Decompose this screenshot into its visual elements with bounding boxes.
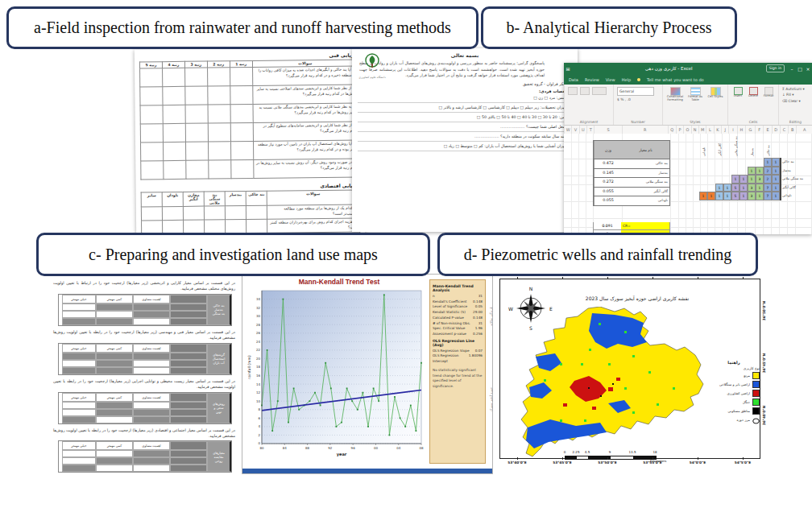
answer-cell[interactable] <box>141 161 164 180</box>
matrix-cell[interactable]: 1 <box>715 192 723 200</box>
answer-cell[interactable] <box>246 205 267 219</box>
matrix-cell[interactable]: 1 <box>764 158 772 167</box>
rating-cell[interactable] <box>133 416 170 423</box>
rating-cell[interactable] <box>96 402 133 409</box>
weights-row[interactable]: 0.145بندسار <box>593 169 670 179</box>
ribbon-tab-view[interactable]: View <box>606 77 615 82</box>
answer-cell[interactable] <box>163 123 185 142</box>
survey-field-row[interactable]: 5- چند سال سابقه سکونت در منطقه دارید؟ .… <box>358 132 572 142</box>
rating-cell[interactable] <box>96 367 133 374</box>
weights-row[interactable]: 0.472بند خاکی <box>593 159 670 169</box>
matrix-cell[interactable]: 1 <box>756 184 764 192</box>
rating-cell[interactable] <box>133 465 170 472</box>
matrix-cell[interactable]: 1 <box>772 184 780 192</box>
number-format-icons[interactable]: $ % , .0 <box>617 97 631 102</box>
rating-cell[interactable] <box>62 409 96 416</box>
format-cells-button[interactable]: Format <box>762 87 775 98</box>
maximize-button[interactable]: □ <box>796 66 804 72</box>
rating-cell[interactable] <box>133 402 170 409</box>
answer-cell[interactable] <box>185 123 208 142</box>
matrix-cell[interactable]: 2 <box>764 167 772 176</box>
insert-cells-button[interactable]: Insert <box>731 87 744 98</box>
ribbon-tab-data[interactable]: Data <box>569 77 578 82</box>
answer-cell[interactable] <box>141 142 164 161</box>
rating-cell[interactable] <box>96 457 133 465</box>
answer-cell[interactable] <box>205 220 226 233</box>
autosum-button[interactable]: Σ AutoSum ▾ <box>782 87 805 92</box>
matrix-cell[interactable]: 3 <box>748 184 756 192</box>
matrix-cell[interactable]: 1 <box>723 184 731 192</box>
matrix-cell[interactable]: 1 <box>740 184 748 192</box>
answer-cell[interactable] <box>230 67 252 85</box>
rating-cell[interactable] <box>96 450 133 457</box>
answer-cell[interactable] <box>162 68 184 86</box>
answer-cell[interactable] <box>230 159 253 178</box>
matrix-cell[interactable]: 5 <box>731 184 740 192</box>
cell-styles-button[interactable]: Cell Styles <box>706 87 724 99</box>
answer-cell[interactable] <box>225 206 246 220</box>
answer-cell[interactable] <box>163 105 185 123</box>
excel-titlebar[interactable]: ⊞ کاربری وزن دهی - Excel Sign in – □ × <box>564 63 812 74</box>
rating-cell[interactable] <box>62 457 96 465</box>
rating-cell[interactable] <box>133 367 170 374</box>
rating-cell[interactable] <box>62 416 96 423</box>
rating-cell[interactable] <box>62 360 96 367</box>
answer-cell[interactable] <box>184 220 205 233</box>
answer-cell[interactable] <box>163 86 185 105</box>
rating-cell[interactable] <box>62 311 96 318</box>
answer-cell[interactable] <box>230 141 253 159</box>
ribbon-tab-review[interactable]: Review <box>585 77 599 82</box>
conditional-formatting-button[interactable]: Conditional Formatting <box>666 87 684 102</box>
answer-cell[interactable] <box>185 86 208 105</box>
matrix-cell[interactable]: 5 <box>731 192 740 200</box>
rating-cell[interactable] <box>133 360 170 367</box>
answer-cell[interactable] <box>163 220 184 233</box>
survey-field-row[interactable]: 4- شغل اصلی شما چیست؟ ..................… <box>358 122 572 132</box>
answer-cell[interactable] <box>140 124 163 142</box>
clear-button[interactable]: ⌫ Clear ▾ <box>782 99 801 104</box>
matrix-cell[interactable]: 1 <box>756 167 764 176</box>
answer-cell[interactable] <box>230 104 253 122</box>
wrap-text-icon[interactable] <box>592 87 607 95</box>
matrix-cell[interactable]: 1 <box>772 158 780 167</box>
rating-cell[interactable] <box>62 402 96 409</box>
rating-cell[interactable] <box>96 416 133 423</box>
window-menu-icon[interactable]: ⊞ <box>564 66 572 72</box>
rating-cell[interactable] <box>133 409 170 416</box>
rating-cell[interactable] <box>62 367 96 374</box>
answer-cell[interactable] <box>208 86 230 105</box>
survey-field-row[interactable]: 3- سن: 20 تا 30 □ 30 تا 40 □ 40 تا 50 □ … <box>358 113 572 122</box>
fill-button[interactable]: ↓ Fill ▾ <box>782 93 794 97</box>
close-button[interactable]: × <box>804 66 812 72</box>
answer-cell[interactable] <box>164 160 186 179</box>
matrix-cell[interactable]: 1 <box>699 192 707 200</box>
matrix-cell[interactable]: 1 <box>740 175 748 184</box>
ribbon-tab-tell-me-what-you-want-to-do[interactable]: Tell me what you want to do <box>647 77 704 82</box>
survey-field-row[interactable]: 6- میزان آشنایی شما با روش‌های استحصال آ… <box>358 142 572 151</box>
answer-cell[interactable] <box>163 142 185 160</box>
number-format-dropdown[interactable]: General <box>617 87 654 96</box>
answer-cell[interactable] <box>230 85 252 104</box>
answer-cell[interactable] <box>207 68 230 86</box>
answer-cell[interactable] <box>204 206 225 220</box>
minimize-button[interactable]: – <box>788 66 796 72</box>
rating-cell[interactable] <box>133 311 170 318</box>
answer-cell[interactable] <box>226 219 246 233</box>
rating-cell[interactable] <box>62 353 96 360</box>
matrix-cell[interactable]: 1 <box>772 175 780 184</box>
answer-cell[interactable] <box>183 206 204 220</box>
answer-cell[interactable] <box>208 105 230 123</box>
answer-cell[interactable] <box>230 122 253 141</box>
rating-cell[interactable] <box>62 304 96 311</box>
weights-row[interactable]: 0.055ناودانی <box>593 196 670 206</box>
matrix-cell[interactable]: 3 <box>748 192 756 200</box>
matrix-cell[interactable]: 1 <box>723 192 731 200</box>
matrix-cell[interactable]: 1 <box>772 192 780 200</box>
answer-cell[interactable] <box>142 220 163 233</box>
rating-cell[interactable] <box>96 311 133 318</box>
weights-row[interactable]: 0.055گالی آبگیر <box>593 188 670 197</box>
format-as-table-button[interactable]: Format as Table <box>686 87 704 102</box>
ribbon-tab-help[interactable]: Help <box>622 77 631 82</box>
rating-cell[interactable] <box>96 318 133 325</box>
rating-cell[interactable] <box>96 360 133 367</box>
